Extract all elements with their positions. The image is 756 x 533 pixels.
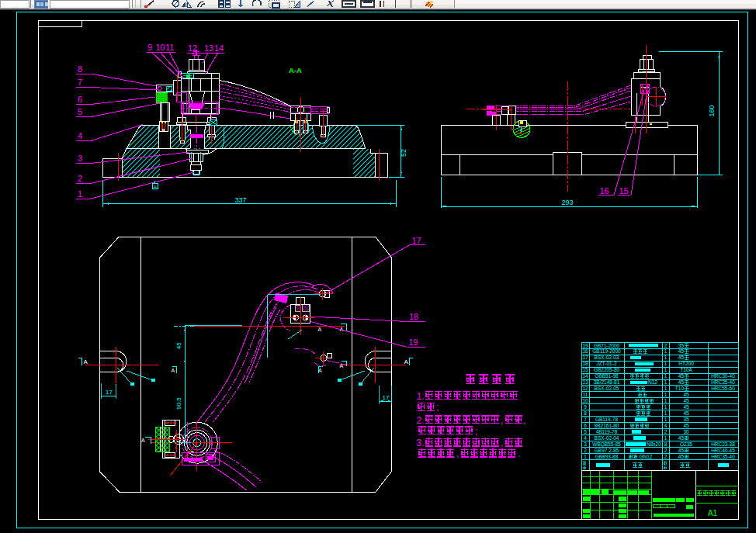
svg-text:1: 1: [664, 392, 668, 397]
svg-text:3B/2148-81: 3B/2148-81: [594, 379, 620, 385]
svg-text:HT200: HT200: [678, 361, 694, 366]
svg-text:A: A: [84, 358, 88, 365]
svg-text:4: 4: [584, 435, 587, 441]
svg-text:1: 1: [664, 348, 668, 354]
svg-text:1: 1: [664, 367, 668, 372]
svg-text:14: 14: [214, 43, 224, 53]
svg-text:GB119-2000: GB119-2000: [592, 348, 621, 354]
svg-text:9: 9: [147, 43, 152, 52]
svg-text:2: 2: [664, 448, 668, 453]
svg-text:19: 19: [409, 337, 418, 347]
svg-text:293: 293: [561, 199, 573, 206]
svg-text:11: 11: [583, 392, 588, 397]
svg-text:90.5: 90.5: [175, 397, 182, 410]
svg-text:45: 45: [683, 404, 689, 410]
svg-text:2: 2: [584, 448, 587, 453]
svg-text:13: 13: [204, 43, 213, 53]
svg-text:HRC23-38: HRC23-38: [711, 441, 735, 447]
svg-text:Q235: Q235: [680, 441, 692, 448]
svg-text:17: 17: [412, 236, 421, 245]
svg-text:12: 12: [582, 386, 588, 391]
svg-text:45: 45: [678, 348, 685, 354]
svg-text:A: A: [141, 438, 145, 443]
svg-text:6: 6: [584, 423, 587, 428]
svg-text:JZT-01-2: JZT-01-2: [596, 361, 616, 366]
svg-text:45: 45: [678, 448, 685, 453]
svg-text:5: 5: [584, 429, 587, 434]
svg-text:,: ,: [523, 415, 525, 426]
svg-text:GB119-78: GB119-78: [595, 417, 619, 422]
svg-text:A: A: [340, 327, 344, 332]
svg-text:5: 5: [78, 107, 82, 116]
svg-text:HRC35-40: HRC35-40: [711, 454, 735, 459]
svg-text:10: 10: [582, 398, 588, 403]
svg-text:160: 160: [708, 105, 716, 116]
svg-text:1: 1: [664, 355, 668, 360]
svg-text:;: ;: [475, 426, 477, 437]
svg-text:11: 11: [165, 43, 174, 52]
svg-text:A-A: A-A: [289, 66, 302, 74]
svg-text:45: 45: [683, 410, 689, 416]
svg-text:BSX-02-05: BSX-02-05: [595, 386, 619, 391]
svg-text:HRC55-60: HRC55-60: [711, 386, 735, 391]
svg-text:10: 10: [156, 43, 165, 52]
svg-text:13: 13: [582, 379, 588, 385]
svg-text:1: 1: [664, 361, 668, 366]
svg-text:45: 45: [683, 398, 689, 403]
svg-text:19: 19: [582, 343, 588, 348]
svg-text:35: 35: [683, 417, 689, 422]
svg-text:GBB51-98: GBB51-98: [595, 373, 619, 379]
svg-text:2: 2: [78, 174, 82, 183]
svg-text:45: 45: [176, 342, 183, 349]
svg-text:GN12: GN12: [639, 454, 652, 459]
svg-text:1: 1: [78, 189, 82, 199]
svg-text:1: 1: [584, 454, 587, 459]
svg-text:,: ,: [501, 438, 503, 448]
svg-text:N8x20: N8x20: [647, 441, 661, 447]
svg-text:3.: 3.: [417, 438, 425, 448]
svg-text:1.: 1.: [417, 391, 425, 402]
svg-text:45: 45: [678, 373, 685, 379]
svg-text:30: 30: [683, 429, 689, 434]
svg-text:18: 18: [409, 312, 418, 321]
svg-text:8: 8: [78, 64, 82, 74]
svg-text:A: A: [404, 358, 409, 365]
svg-text:N12: N12: [648, 379, 657, 385]
svg-text:.: .: [518, 448, 520, 459]
svg-text:1: 1: [664, 373, 668, 379]
svg-text:WBQB55-85: WBQB55-85: [592, 441, 621, 448]
svg-text:GB893-88: GB893-88: [595, 454, 619, 459]
svg-text:T10A: T10A: [680, 367, 692, 372]
svg-text:A1: A1: [708, 509, 718, 517]
svg-text:16: 16: [582, 348, 588, 354]
svg-text:3: 3: [584, 441, 587, 447]
svg-text:4: 4: [78, 131, 82, 140]
svg-text:6: 6: [78, 95, 82, 104]
svg-text:1: 1: [664, 404, 668, 410]
svg-text:8: 8: [584, 410, 587, 416]
svg-text:2: 2: [664, 429, 668, 434]
svg-text:2: 2: [664, 454, 668, 459]
svg-text:3: 3: [78, 154, 82, 163]
svg-text:;: ;: [436, 402, 439, 413]
svg-text:1: 1: [664, 435, 668, 441]
svg-text:HRC30-40: HRC30-40: [711, 373, 735, 379]
svg-text:17: 17: [383, 394, 390, 401]
svg-text:52: 52: [400, 149, 407, 157]
svg-text:45: 45: [683, 392, 689, 397]
svg-text:BSX-02-04: BSX-02-04: [595, 435, 619, 441]
svg-text:2: 2: [664, 343, 668, 348]
svg-text:15: 15: [582, 367, 588, 372]
svg-text:2.: 2.: [417, 415, 425, 426]
svg-text:BSX-02-03: BSX-02-03: [595, 355, 619, 360]
svg-text:17: 17: [106, 389, 113, 396]
svg-text:1: 1: [664, 379, 668, 385]
svg-text:A: A: [172, 368, 175, 373]
svg-text:A: A: [318, 327, 322, 332]
svg-text:8B2161-80: 8B2161-80: [595, 423, 619, 428]
svg-text:GB2205-80: GB2205-80: [594, 367, 620, 372]
svg-text:,: ,: [456, 448, 459, 459]
svg-text:,: ,: [501, 415, 503, 426]
svg-text:45: 45: [683, 423, 689, 428]
svg-text:A: A: [340, 363, 344, 369]
